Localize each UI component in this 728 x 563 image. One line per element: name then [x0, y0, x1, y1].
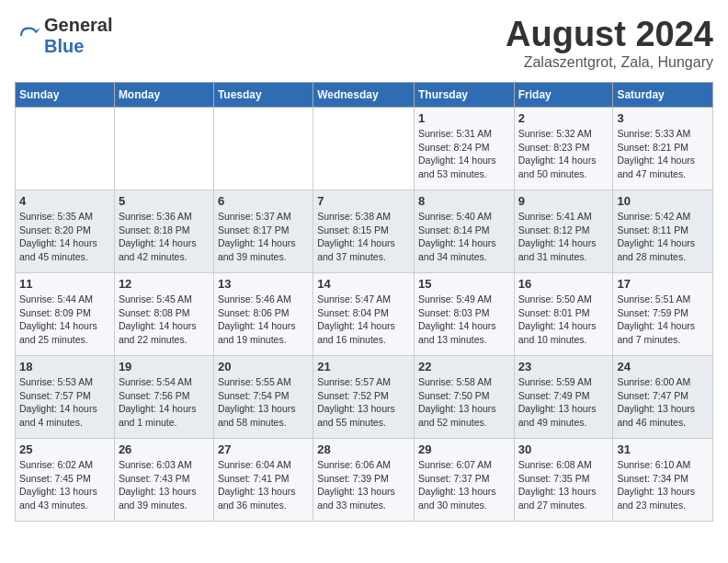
calendar-cell: 11Sunrise: 5:44 AM Sunset: 8:09 PM Dayli… — [16, 273, 115, 356]
calendar-cell: 9Sunrise: 5:41 AM Sunset: 8:12 PM Daylig… — [514, 190, 613, 273]
calendar-cell: 14Sunrise: 5:47 AM Sunset: 8:04 PM Dayli… — [313, 273, 415, 356]
day-number: 29 — [418, 442, 510, 456]
calendar-cell: 21Sunrise: 5:57 AM Sunset: 7:52 PM Dayli… — [313, 356, 415, 439]
day-number: 8 — [418, 194, 510, 208]
day-number: 6 — [218, 194, 309, 208]
day-info: Sunrise: 6:10 AM Sunset: 7:34 PM Dayligh… — [617, 458, 709, 512]
day-info: Sunrise: 5:51 AM Sunset: 7:59 PM Dayligh… — [617, 293, 709, 347]
calendar-cell: 27Sunrise: 6:04 AM Sunset: 7:41 PM Dayli… — [213, 439, 313, 522]
header-thursday: Thursday — [414, 83, 514, 108]
day-number: 27 — [218, 442, 309, 456]
day-info: Sunrise: 5:37 AM Sunset: 8:17 PM Dayligh… — [218, 210, 309, 264]
day-info: Sunrise: 5:49 AM Sunset: 8:03 PM Dayligh… — [418, 293, 510, 347]
header-saturday: Saturday — [613, 83, 713, 108]
day-info: Sunrise: 5:57 AM Sunset: 7:52 PM Dayligh… — [317, 375, 410, 430]
day-info: Sunrise: 5:33 AM Sunset: 8:21 PM Dayligh… — [617, 127, 709, 181]
day-info: Sunrise: 6:03 AM Sunset: 7:43 PM Dayligh… — [119, 458, 210, 512]
day-info: Sunrise: 5:40 AM Sunset: 8:14 PM Dayligh… — [418, 210, 510, 264]
day-number: 2 — [518, 111, 609, 125]
week-row-5: 25Sunrise: 6:02 AM Sunset: 7:45 PM Dayli… — [16, 439, 713, 522]
calendar-title: August 2024 — [506, 15, 713, 54]
calendar-cell — [16, 108, 115, 190]
calendar-cell: 1Sunrise: 5:31 AM Sunset: 8:24 PM Daylig… — [414, 108, 514, 190]
calendar-cell: 2Sunrise: 5:32 AM Sunset: 8:23 PM Daylig… — [514, 108, 613, 190]
header-friday: Friday — [514, 83, 613, 108]
day-info: Sunrise: 5:58 AM Sunset: 7:50 PM Dayligh… — [418, 375, 510, 430]
calendar-cell: 10Sunrise: 5:42 AM Sunset: 8:11 PM Dayli… — [613, 190, 713, 273]
day-number: 31 — [617, 442, 709, 456]
calendar-cell: 12Sunrise: 5:45 AM Sunset: 8:08 PM Dayli… — [114, 273, 213, 356]
day-number: 4 — [19, 194, 110, 208]
logo-text: General Blue — [44, 15, 112, 57]
calendar-cell: 18Sunrise: 5:53 AM Sunset: 7:57 PM Dayli… — [16, 356, 115, 439]
day-number: 16 — [518, 277, 609, 291]
day-number: 23 — [518, 360, 609, 373]
day-number: 19 — [119, 360, 210, 373]
calendar-subtitle: Zalaszentgrot, Zala, Hungary — [506, 54, 713, 71]
day-info: Sunrise: 5:41 AM Sunset: 8:12 PM Dayligh… — [518, 210, 609, 264]
header-row: SundayMondayTuesdayWednesdayThursdayFrid… — [16, 83, 713, 108]
day-info: Sunrise: 5:44 AM Sunset: 8:09 PM Dayligh… — [19, 293, 110, 347]
day-info: Sunrise: 6:08 AM Sunset: 7:35 PM Dayligh… — [518, 458, 609, 512]
day-number: 20 — [218, 360, 309, 373]
calendar-cell: 28Sunrise: 6:06 AM Sunset: 7:39 PM Dayli… — [313, 439, 415, 522]
calendar-cell: 25Sunrise: 6:02 AM Sunset: 7:45 PM Dayli… — [16, 439, 115, 522]
day-number: 30 — [518, 442, 609, 456]
day-info: Sunrise: 6:07 AM Sunset: 7:37 PM Dayligh… — [418, 458, 510, 512]
calendar-cell: 23Sunrise: 5:59 AM Sunset: 7:49 PM Dayli… — [514, 356, 613, 439]
calendar-cell: 19Sunrise: 5:54 AM Sunset: 7:56 PM Dayli… — [114, 356, 213, 439]
calendar-cell — [114, 108, 213, 190]
day-number: 24 — [617, 360, 709, 373]
day-number: 21 — [317, 360, 410, 373]
calendar-cell: 8Sunrise: 5:40 AM Sunset: 8:14 PM Daylig… — [414, 190, 514, 273]
day-info: Sunrise: 5:32 AM Sunset: 8:23 PM Dayligh… — [518, 127, 609, 181]
calendar-cell: 31Sunrise: 6:10 AM Sunset: 7:34 PM Dayli… — [613, 439, 713, 522]
day-number: 1 — [418, 111, 510, 125]
page-header: General Blue August 2024 Zalaszentgrot, … — [15, 15, 713, 71]
day-number: 15 — [418, 277, 510, 291]
day-info: Sunrise: 6:06 AM Sunset: 7:39 PM Dayligh… — [317, 458, 410, 512]
calendar-cell: 20Sunrise: 5:55 AM Sunset: 7:54 PM Dayli… — [213, 356, 313, 439]
day-info: Sunrise: 6:00 AM Sunset: 7:47 PM Dayligh… — [617, 375, 709, 430]
calendar-cell: 3Sunrise: 5:33 AM Sunset: 8:21 PM Daylig… — [613, 108, 713, 190]
calendar-cell: 29Sunrise: 6:07 AM Sunset: 7:37 PM Dayli… — [414, 439, 514, 522]
week-row-3: 11Sunrise: 5:44 AM Sunset: 8:09 PM Dayli… — [16, 273, 713, 356]
day-info: Sunrise: 5:35 AM Sunset: 8:20 PM Dayligh… — [19, 210, 110, 264]
day-number: 28 — [317, 442, 410, 456]
calendar-cell: 13Sunrise: 5:46 AM Sunset: 8:06 PM Dayli… — [213, 273, 313, 356]
calendar-table: SundayMondayTuesdayWednesdayThursdayFrid… — [15, 82, 713, 522]
day-number: 18 — [19, 360, 110, 373]
day-info: Sunrise: 5:54 AM Sunset: 7:56 PM Dayligh… — [119, 375, 210, 430]
day-number: 17 — [617, 277, 709, 291]
header-tuesday: Tuesday — [213, 83, 313, 108]
calendar-cell — [313, 108, 415, 190]
day-number: 22 — [418, 360, 510, 373]
calendar-cell: 17Sunrise: 5:51 AM Sunset: 7:59 PM Dayli… — [613, 273, 713, 356]
day-info: Sunrise: 5:46 AM Sunset: 8:06 PM Dayligh… — [218, 293, 309, 347]
day-info: Sunrise: 5:31 AM Sunset: 8:24 PM Dayligh… — [418, 127, 510, 181]
day-info: Sunrise: 6:02 AM Sunset: 7:45 PM Dayligh… — [19, 458, 110, 512]
day-info: Sunrise: 5:47 AM Sunset: 8:04 PM Dayligh… — [317, 293, 410, 347]
day-info: Sunrise: 5:55 AM Sunset: 7:54 PM Dayligh… — [218, 375, 309, 430]
day-number: 12 — [119, 277, 210, 291]
header-sunday: Sunday — [16, 83, 115, 108]
day-info: Sunrise: 5:45 AM Sunset: 8:08 PM Dayligh… — [119, 293, 210, 347]
day-info: Sunrise: 5:59 AM Sunset: 7:49 PM Dayligh… — [518, 375, 609, 430]
day-number: 26 — [119, 442, 210, 456]
calendar-cell: 24Sunrise: 6:00 AM Sunset: 7:47 PM Dayli… — [613, 356, 713, 439]
day-info: Sunrise: 5:36 AM Sunset: 8:18 PM Dayligh… — [119, 210, 210, 264]
title-block: August 2024 Zalaszentgrot, Zala, Hungary — [506, 15, 713, 71]
day-number: 5 — [119, 194, 210, 208]
day-info: Sunrise: 5:38 AM Sunset: 8:15 PM Dayligh… — [317, 210, 410, 264]
day-number: 11 — [19, 277, 110, 291]
calendar-cell: 7Sunrise: 5:38 AM Sunset: 8:15 PM Daylig… — [313, 190, 415, 273]
day-number: 13 — [218, 277, 309, 291]
day-info: Sunrise: 6:04 AM Sunset: 7:41 PM Dayligh… — [218, 458, 309, 512]
calendar-cell: 4Sunrise: 5:35 AM Sunset: 8:20 PM Daylig… — [16, 190, 115, 273]
week-row-4: 18Sunrise: 5:53 AM Sunset: 7:57 PM Dayli… — [16, 356, 713, 439]
calendar-cell: 6Sunrise: 5:37 AM Sunset: 8:17 PM Daylig… — [213, 190, 313, 273]
calendar-cell: 16Sunrise: 5:50 AM Sunset: 8:01 PM Dayli… — [514, 273, 613, 356]
calendar-cell: 5Sunrise: 5:36 AM Sunset: 8:18 PM Daylig… — [114, 190, 213, 273]
day-info: Sunrise: 5:50 AM Sunset: 8:01 PM Dayligh… — [518, 293, 609, 347]
day-number: 7 — [317, 194, 410, 208]
